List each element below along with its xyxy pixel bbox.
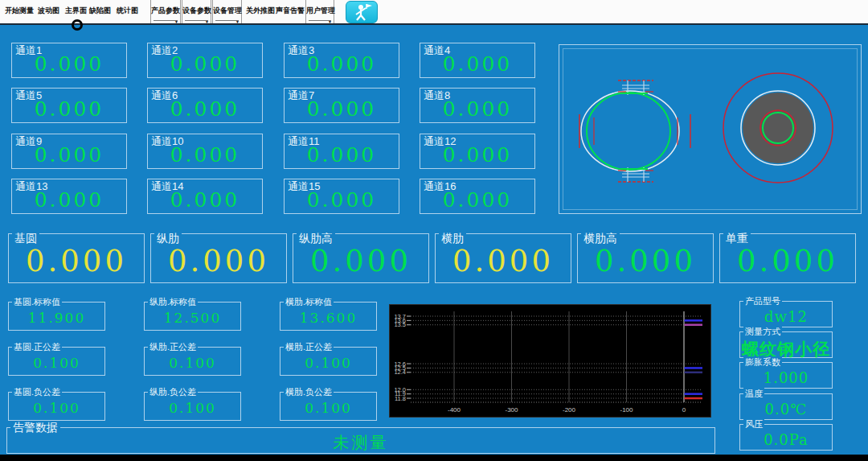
param-label: 横肋.正公差 [284, 341, 334, 353]
param-value: 12.500 [145, 310, 240, 326]
param-value: 0.100 [280, 400, 376, 416]
info-value: 0.0Pa [740, 431, 832, 448]
channel-value: 0.000 [285, 143, 399, 167]
channel-value: 0.000 [285, 52, 399, 76]
trend-chart: -400-300-200-100013.713.613.512.612.512.… [389, 304, 711, 418]
menu-item-label: 波动图 [38, 6, 59, 14]
menu-item-wave-chart[interactable]: 波动图 [38, 6, 59, 16]
menu-item-sound-alarm[interactable]: 声音告警 [276, 6, 305, 16]
param-box: 横肋.正公差 0.100 [280, 347, 377, 376]
rebar-profile-diagram [559, 45, 712, 215]
channel-value: 0.000 [148, 143, 262, 167]
param-box: 纵肋.正公差 0.100 [144, 347, 241, 376]
channel-box: 通道4 0.000 [420, 43, 535, 78]
param-box: 基圆.标称值 11.900 [8, 302, 105, 331]
info-value: 1.000 [740, 369, 832, 386]
channel-value: 0.000 [420, 143, 534, 167]
param-label: 基圆.标称值 [12, 296, 62, 308]
person-flag-icon-button[interactable] [346, 1, 378, 23]
summary-box: 基圆 0.000 [8, 233, 145, 283]
menu-bar: 开始测量 波动图 主界面 缺陷图 统计图 产品参数 ▼ 设备参数 ▼ 设备管理 … [0, 0, 868, 25]
info-box: 风压 0.0Pa [739, 424, 833, 451]
svg-text:-300: -300 [505, 406, 518, 414]
menu-item-label: 主界面 [65, 6, 87, 14]
menu-item-defect-chart[interactable]: 缺陷图 [89, 6, 111, 16]
param-value: 0.100 [145, 355, 240, 371]
channel-value: 0.000 [12, 143, 126, 167]
channel-box: 通道5 0.000 [11, 88, 127, 123]
dropdown-arrow-icon: ▼ [174, 20, 178, 24]
channel-value: 0.000 [12, 97, 126, 121]
channel-value: 0.000 [12, 52, 126, 76]
summary-box: 横肋高 0.000 [577, 233, 714, 283]
info-value: dw12 [740, 308, 832, 325]
measurement-app: 开始测量 波动图 主界面 缺陷图 统计图 产品参数 ▼ 设备参数 ▼ 设备管理 … [0, 0, 868, 461]
info-box: 膨胀系数 1.000 [739, 362, 833, 389]
summary-box: 单重 0.000 [719, 233, 856, 283]
param-box: 基圆.负公差 0.100 [8, 392, 105, 421]
menu-item-label: 设备管理 [213, 6, 242, 14]
dropdown-arrow-icon: ▼ [235, 20, 240, 24]
param-box: 基圆.正公差 0.100 [8, 347, 105, 376]
channel-box: 通道10 0.000 [147, 134, 263, 169]
channel-box: 通道6 0.000 [147, 88, 263, 123]
menu-item-device-params[interactable]: 设备参数 ▼ [182, 0, 211, 23]
channel-value: 0.000 [148, 52, 262, 76]
menu-item-extrapolation-toggle[interactable]: 关外推图 [246, 6, 275, 16]
channel-box: 通道13 0.000 [11, 179, 127, 214]
summary-value: 0.000 [578, 244, 713, 278]
channel-box: 通道16 0.000 [420, 179, 535, 214]
measure-status-text: 未测量 [7, 432, 714, 454]
param-value: 13.600 [280, 310, 376, 326]
summary-value: 0.000 [720, 244, 855, 278]
svg-text:-400: -400 [448, 406, 461, 414]
param-label: 基圆.正公差 [12, 341, 62, 353]
menu-item-main-screen[interactable]: 主界面 [65, 6, 87, 16]
summary-box: 纵肋高 0.000 [293, 233, 429, 283]
info-box: 产品型号 dw12 [739, 301, 833, 327]
channel-box: 通道12 0.000 [420, 134, 535, 169]
menu-item-label: 用户管理 [306, 6, 335, 14]
summary-box: 横肋 0.000 [435, 233, 571, 283]
info-value: 0.0℃ [740, 401, 832, 418]
menu-item-label: 开始测量 [5, 6, 34, 14]
menu-item-user-management[interactable]: 用户管理 ▼ [305, 0, 334, 23]
param-label: 基圆.负公差 [12, 386, 62, 398]
svg-text:-200: -200 [563, 406, 576, 414]
info-box: 测量方式 螺纹钢小径 [739, 331, 833, 358]
param-value: 0.100 [9, 355, 104, 371]
summary-box: 纵肋 0.000 [150, 233, 287, 283]
info-label: 风压 [743, 418, 764, 430]
param-value: 11.900 [9, 310, 104, 326]
channel-box: 通道3 0.000 [284, 43, 399, 78]
info-label: 产品型号 [743, 295, 782, 307]
summary-value: 0.000 [9, 244, 144, 278]
param-box: 纵肋.标称值 12.500 [144, 302, 241, 331]
menu-item-product-params[interactable]: 产品参数 ▼ [150, 0, 181, 23]
param-value: 0.100 [9, 400, 104, 416]
channel-value: 0.000 [285, 97, 399, 121]
menu-item-start-measure[interactable]: 开始测量 [5, 6, 34, 16]
dropdown-arrow-icon: ▼ [328, 20, 332, 24]
menu-item-stats-chart[interactable]: 统计图 [117, 6, 138, 16]
param-box: 纵肋.负公差 0.100 [144, 392, 241, 421]
menu-item-device-management[interactable]: 设备管理 ▼ [212, 0, 242, 23]
svg-text:0: 0 [682, 406, 686, 414]
info-box: 温度 0.0℃ [739, 393, 833, 420]
param-box: 横肋.标称值 13.600 [280, 302, 377, 331]
person-flag-icon [346, 2, 377, 23]
channel-box: 通道9 0.000 [11, 134, 127, 169]
menu-item-label: 声音告警 [276, 6, 305, 14]
channel-value: 0.000 [148, 188, 262, 212]
param-box: 横肋.负公差 0.100 [280, 392, 377, 421]
param-label: 横肋.标称值 [284, 296, 334, 308]
info-label: 膨胀系数 [743, 356, 782, 368]
param-label: 纵肋.标称值 [148, 296, 198, 308]
summary-value: 0.000 [293, 244, 428, 278]
param-label: 纵肋.负公差 [148, 386, 198, 398]
svg-text:11.8: 11.8 [395, 395, 406, 402]
alarm-data-box: 告警数据 未测量 [6, 427, 715, 454]
info-label: 温度 [743, 388, 764, 400]
svg-text:12.4: 12.4 [394, 368, 406, 376]
rebar-cross-section-diagram [712, 62, 844, 194]
